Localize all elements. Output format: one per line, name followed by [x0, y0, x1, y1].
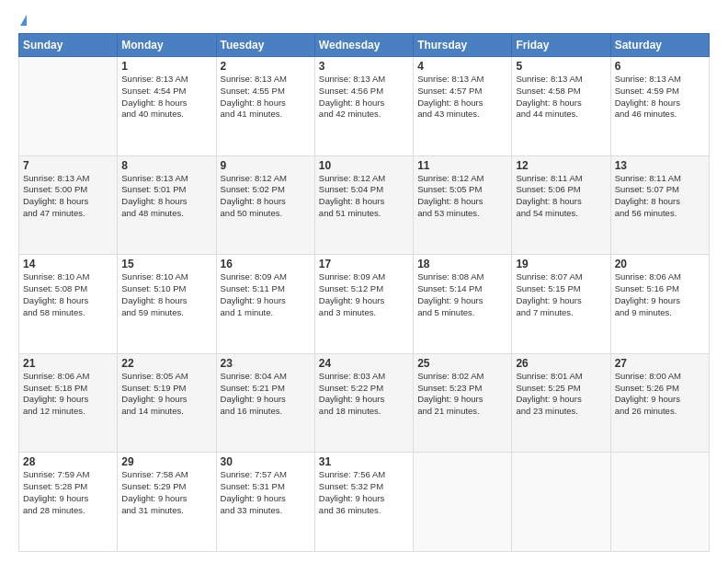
calendar-cell [512, 453, 610, 552]
day-info: Sunrise: 8:10 AMSunset: 5:08 PMDaylight:… [23, 271, 113, 318]
day-info: Sunrise: 8:11 AMSunset: 5:06 PMDaylight:… [516, 173, 606, 220]
calendar-week-row: 14Sunrise: 8:10 AMSunset: 5:08 PMDayligh… [19, 255, 710, 354]
calendar-cell: 19Sunrise: 8:07 AMSunset: 5:15 PMDayligh… [512, 255, 610, 354]
header [18, 15, 710, 26]
calendar-header-thursday: Thursday [414, 34, 512, 57]
page: SundayMondayTuesdayWednesdayThursdayFrid… [0, 0, 728, 563]
day-number: 14 [23, 258, 113, 270]
calendar-cell: 3Sunrise: 8:13 AMSunset: 4:56 PMDaylight… [314, 57, 413, 156]
day-number: 18 [417, 258, 507, 270]
day-number: 11 [417, 159, 507, 172]
calendar-cell: 21Sunrise: 8:06 AMSunset: 5:18 PMDayligh… [19, 353, 118, 453]
day-info: Sunrise: 8:12 AMSunset: 5:05 PMDaylight:… [417, 173, 507, 220]
logo-triangle-icon [20, 15, 27, 26]
calendar-cell: 20Sunrise: 8:06 AMSunset: 5:16 PMDayligh… [610, 255, 709, 354]
day-info: Sunrise: 8:03 AMSunset: 5:22 PMDaylight:… [319, 371, 409, 418]
day-number: 4 [417, 60, 507, 73]
day-number: 26 [516, 357, 606, 370]
logo [18, 15, 27, 26]
calendar-cell: 10Sunrise: 8:12 AMSunset: 5:04 PMDayligh… [314, 155, 413, 255]
calendar-cell: 7Sunrise: 8:13 AMSunset: 5:00 PMDaylight… [19, 155, 118, 255]
calendar-cell: 30Sunrise: 7:57 AMSunset: 5:31 PMDayligh… [216, 453, 314, 552]
day-number: 5 [516, 60, 606, 73]
day-number: 3 [319, 60, 409, 73]
calendar-cell: 26Sunrise: 8:01 AMSunset: 5:25 PMDayligh… [512, 353, 610, 453]
day-number: 20 [615, 258, 705, 270]
day-info: Sunrise: 7:59 AMSunset: 5:28 PMDaylight:… [23, 469, 113, 516]
day-number: 8 [121, 159, 211, 172]
day-info: Sunrise: 8:06 AMSunset: 5:18 PMDaylight:… [23, 371, 113, 418]
day-number: 7 [23, 159, 113, 172]
calendar-cell: 18Sunrise: 8:08 AMSunset: 5:14 PMDayligh… [414, 255, 512, 354]
calendar-cell [19, 57, 118, 156]
day-info: Sunrise: 8:13 AMSunset: 5:00 PMDaylight:… [23, 173, 113, 220]
day-info: Sunrise: 8:13 AMSunset: 4:54 PMDaylight:… [121, 74, 211, 121]
calendar-header-wednesday: Wednesday [314, 34, 413, 57]
day-number: 9 [221, 159, 311, 172]
calendar-cell: 15Sunrise: 8:10 AMSunset: 5:10 PMDayligh… [118, 255, 216, 354]
calendar-week-row: 1Sunrise: 8:13 AMSunset: 4:54 PMDaylight… [19, 57, 710, 156]
day-number: 27 [615, 357, 705, 370]
day-info: Sunrise: 8:05 AMSunset: 5:19 PMDaylight:… [121, 371, 211, 418]
calendar-header-tuesday: Tuesday [216, 34, 314, 57]
calendar-cell: 22Sunrise: 8:05 AMSunset: 5:19 PMDayligh… [118, 353, 216, 453]
calendar-cell [414, 453, 512, 552]
calendar-week-row: 28Sunrise: 7:59 AMSunset: 5:28 PMDayligh… [19, 453, 710, 552]
day-number: 24 [319, 357, 409, 370]
day-info: Sunrise: 8:04 AMSunset: 5:21 PMDaylight:… [221, 371, 311, 418]
calendar-cell [610, 453, 709, 552]
calendar-cell: 25Sunrise: 8:02 AMSunset: 5:23 PMDayligh… [414, 353, 512, 453]
day-number: 22 [121, 357, 211, 370]
day-number: 10 [319, 159, 409, 172]
calendar-cell: 4Sunrise: 8:13 AMSunset: 4:57 PMDaylight… [414, 57, 512, 156]
day-info: Sunrise: 7:58 AMSunset: 5:29 PMDaylight:… [121, 469, 211, 516]
calendar-cell: 11Sunrise: 8:12 AMSunset: 5:05 PMDayligh… [414, 155, 512, 255]
calendar-cell: 5Sunrise: 8:13 AMSunset: 4:58 PMDaylight… [512, 57, 610, 156]
calendar-header-friday: Friday [512, 34, 610, 57]
calendar-cell: 2Sunrise: 8:13 AMSunset: 4:55 PMDaylight… [216, 57, 314, 156]
calendar-week-row: 7Sunrise: 8:13 AMSunset: 5:00 PMDaylight… [19, 155, 710, 255]
day-number: 19 [516, 258, 606, 270]
day-info: Sunrise: 8:13 AMSunset: 5:01 PMDaylight:… [121, 173, 211, 220]
day-number: 17 [319, 258, 409, 270]
day-info: Sunrise: 8:12 AMSunset: 5:04 PMDaylight:… [319, 173, 409, 220]
day-number: 15 [121, 258, 211, 270]
day-info: Sunrise: 8:13 AMSunset: 4:59 PMDaylight:… [615, 74, 705, 121]
day-info: Sunrise: 8:09 AMSunset: 5:12 PMDaylight:… [319, 271, 409, 318]
calendar-cell: 14Sunrise: 8:10 AMSunset: 5:08 PMDayligh… [19, 255, 118, 354]
calendar-table: SundayMondayTuesdayWednesdayThursdayFrid… [18, 33, 710, 552]
day-number: 12 [516, 159, 606, 172]
calendar-header-row: SundayMondayTuesdayWednesdayThursdayFrid… [19, 34, 710, 57]
calendar-cell: 13Sunrise: 8:11 AMSunset: 5:07 PMDayligh… [610, 155, 709, 255]
calendar-header-saturday: Saturday [610, 34, 709, 57]
day-info: Sunrise: 8:00 AMSunset: 5:26 PMDaylight:… [615, 371, 705, 418]
day-number: 1 [121, 60, 211, 73]
calendar-cell: 17Sunrise: 8:09 AMSunset: 5:12 PMDayligh… [314, 255, 413, 354]
day-info: Sunrise: 8:08 AMSunset: 5:14 PMDaylight:… [417, 271, 507, 318]
day-info: Sunrise: 8:13 AMSunset: 4:55 PMDaylight:… [221, 74, 311, 121]
calendar-cell: 6Sunrise: 8:13 AMSunset: 4:59 PMDaylight… [610, 57, 709, 156]
calendar-cell: 28Sunrise: 7:59 AMSunset: 5:28 PMDayligh… [19, 453, 118, 552]
day-number: 6 [615, 60, 705, 73]
calendar-header-sunday: Sunday [19, 34, 118, 57]
day-number: 2 [221, 60, 311, 73]
calendar-cell: 16Sunrise: 8:09 AMSunset: 5:11 PMDayligh… [216, 255, 314, 354]
day-info: Sunrise: 7:56 AMSunset: 5:32 PMDaylight:… [319, 469, 409, 516]
day-info: Sunrise: 8:02 AMSunset: 5:23 PMDaylight:… [417, 371, 507, 418]
calendar-cell: 29Sunrise: 7:58 AMSunset: 5:29 PMDayligh… [118, 453, 216, 552]
day-info: Sunrise: 8:09 AMSunset: 5:11 PMDaylight:… [221, 271, 311, 318]
day-number: 31 [319, 455, 409, 468]
day-info: Sunrise: 8:01 AMSunset: 5:25 PMDaylight:… [516, 371, 606, 418]
day-number: 23 [221, 357, 311, 370]
calendar-header-monday: Monday [118, 34, 216, 57]
day-number: 13 [615, 159, 705, 172]
day-info: Sunrise: 8:13 AMSunset: 4:57 PMDaylight:… [417, 74, 507, 121]
calendar-cell: 23Sunrise: 8:04 AMSunset: 5:21 PMDayligh… [216, 353, 314, 453]
calendar-cell: 12Sunrise: 8:11 AMSunset: 5:06 PMDayligh… [512, 155, 610, 255]
day-info: Sunrise: 8:11 AMSunset: 5:07 PMDaylight:… [615, 173, 705, 220]
day-number: 21 [23, 357, 113, 370]
day-number: 25 [417, 357, 507, 370]
calendar-cell: 1Sunrise: 8:13 AMSunset: 4:54 PMDaylight… [118, 57, 216, 156]
day-number: 28 [23, 455, 113, 468]
day-info: Sunrise: 8:07 AMSunset: 5:15 PMDaylight:… [516, 271, 606, 318]
